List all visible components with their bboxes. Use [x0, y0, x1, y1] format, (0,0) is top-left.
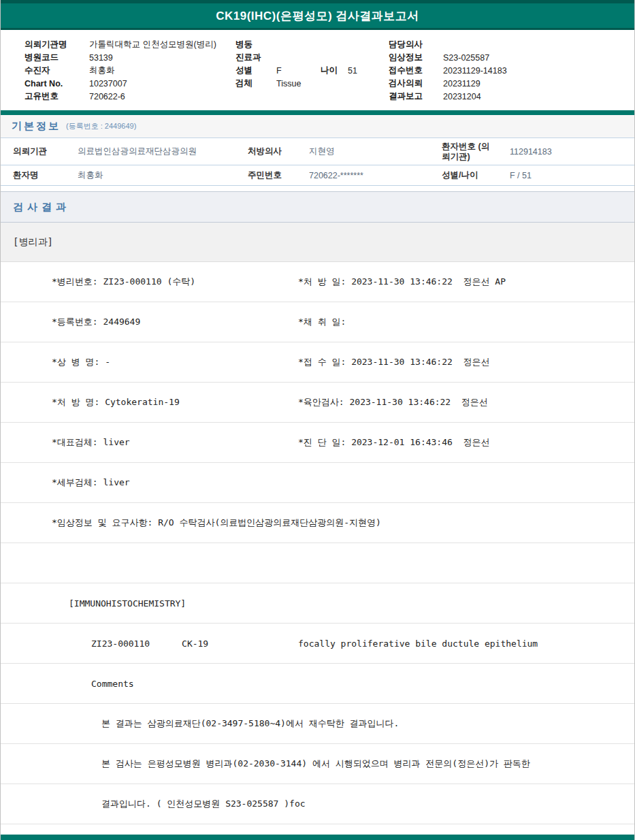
result-line: *등록번호: 2449649 *채 취 일: — [1, 302, 634, 342]
header-field-hospital-code: 병원코드 53139 — [25, 51, 235, 64]
field-value: 720622-6 — [89, 92, 125, 101]
line-right: focally proliferative bile ductule epith… — [298, 639, 538, 649]
header-field-request-date: 검사의뢰 20231129 — [389, 77, 628, 90]
header-field-patient-name: 수진자 최홍화 — [25, 64, 235, 77]
line-left: *상 병 명: - — [52, 356, 110, 368]
line-right: *육안검사: 2023-11-30 13:46:22 정은선 — [298, 396, 488, 408]
line-left: Comments — [91, 679, 134, 689]
report-title-bar: CK19(IHC)(은평성모) 검사결과보고서 — [1, 3, 634, 30]
field-value: 가톨릭대학교 인천성모병원(병리) — [89, 39, 216, 50]
field-label: 접수번호 — [389, 65, 443, 76]
cell-value: 최홍화 — [78, 169, 248, 181]
field-label: 검사의뢰 — [389, 78, 443, 89]
result-line: 본 검사는 은평성모병원 병리과(02-2030-3144) 에서 시행되었으며… — [1, 744, 634, 784]
field-label: Chart No. — [25, 79, 89, 88]
teal-divider-bar — [1, 110, 634, 115]
field-value: 51 — [348, 66, 357, 76]
line-left: *대표검체: liver — [52, 436, 130, 449]
cell-value: F / 51 — [510, 171, 634, 180]
patient-header-middle: 병동 진료과 성별 F 나이 51 검체 Tissue — [235, 38, 389, 103]
cell-label: 처방의사 — [248, 146, 309, 157]
header-field-receipt-no: 접수번호 20231129-14183 — [389, 64, 628, 77]
result-lines: *병리번호: ZI23-000110 (수탁) *처 방 일: 2023-11-… — [1, 262, 634, 824]
result-line: *임상정보 및 요구사항: R/O 수탁검사(의료법인삼광의료재단삼광의원-지현… — [1, 503, 634, 543]
results-section-header: 검사결과 — [1, 191, 634, 223]
header-field-chart-no: Chart No. 10237007 — [25, 77, 235, 90]
result-line: *상 병 명: - *접 수 일: 2023-11-30 13:46:22 정은… — [1, 342, 634, 383]
cell-label: 환자명 — [13, 169, 78, 181]
field-value: 20231129 — [443, 79, 481, 88]
result-line: Comments — [1, 664, 634, 704]
department-label: [병리과] — [13, 236, 53, 248]
table-row: 의뢰기관 의료법인삼광의료재단삼광의원 처방의사 지현영 환자번호 (의뢰기관)… — [1, 138, 634, 165]
header-field-requesting-org: 의뢰기관명 가톨릭대학교 인천성모병원(병리) — [25, 38, 235, 51]
field-label: 나이 — [321, 65, 348, 76]
line-left: 본 검사는 은평성모병원 병리과(02-2030-3144) 에서 시행되었으며… — [101, 758, 530, 770]
cell-label: 성별/나이 — [442, 169, 510, 181]
field-label: 성별 — [235, 65, 276, 76]
field-label: 의뢰기관명 — [25, 39, 89, 50]
result-line: [IMMUNOHISTOCHEMISTRY] — [1, 583, 634, 624]
cell-label: 환자번호 (의뢰기관) — [442, 142, 510, 162]
patient-header-left: 의뢰기관명 가톨릭대학교 인천성모병원(병리) 병원코드 53139 수진자 최… — [25, 38, 235, 103]
header-field-specimen: 검체 Tissue — [235, 77, 389, 90]
result-line: *대표검체: liver *진 단 일: 2023-12-01 16:43:46… — [1, 423, 634, 463]
line-left: *세부검체: liver — [52, 476, 130, 489]
line-left: 결과입니다. ( 인천성모병원 S23-025587 )foc — [101, 798, 306, 810]
header-field-clinical-info: 임상정보 S23-025587 — [389, 51, 628, 64]
cell-label-text: 환자번호 (의뢰기관) — [442, 142, 492, 162]
line-right: *접 수 일: 2023-11-30 13:46:22 정은선 — [298, 356, 490, 368]
field-label: 검체 — [235, 78, 276, 89]
report-title: CK19(IHC)(은평성모) 검사결과보고서 — [216, 8, 419, 24]
result-line: ZI23-000110 CK-19 focally proliferative … — [1, 624, 634, 664]
header-field-department: 진료과 — [235, 51, 389, 64]
field-value: 53139 — [89, 53, 113, 63]
field-value: 최홍화 — [89, 65, 115, 76]
result-line: *세부검체: liver — [1, 463, 634, 503]
field-value: 20231204 — [443, 92, 481, 101]
cell-value: 720622-******* — [309, 171, 442, 180]
field-label: 병원코드 — [25, 52, 89, 63]
cell-value: 지현영 — [309, 146, 442, 157]
field-label: 진료과 — [235, 52, 276, 63]
line-right: *처 방 일: 2023-11-30 13:46:22 정은선 AP — [298, 276, 506, 288]
line-left: ZI23-000110 CK-19 — [91, 639, 208, 649]
field-label: 수진자 — [25, 65, 89, 76]
header-field-sex-age: 성별 F 나이 51 — [235, 64, 389, 77]
line-right: *진 단 일: 2023-12-01 16:43:46 정은선 — [298, 436, 490, 449]
patient-header-right: 담당의사 임상정보 S23-025587 접수번호 20231129-14183… — [389, 38, 628, 103]
result-line: 본 결과는 삼광의료재단(02-3497-5180~4)에서 재수탁한 결과입니… — [1, 704, 634, 744]
field-value: Tissue — [276, 79, 301, 88]
cell-label: 주민번호 — [248, 169, 309, 181]
line-left: *병리번호: ZI23-000110 (수탁) — [52, 276, 195, 288]
line-left: *처 방 명: Cytokeratin-19 — [52, 396, 180, 408]
result-line: 결과입니다. ( 인천성모병원 S23-025587 )foc — [1, 784, 634, 824]
field-label: 임상정보 — [389, 52, 443, 63]
field-label: 고유번호 — [25, 91, 89, 102]
lab-report-page: CK19(IHC)(은평성모) 검사결과보고서 의뢰기관명 가톨릭대학교 인천성… — [0, 0, 635, 840]
header-field-ward: 병동 — [235, 38, 389, 51]
line-left: *임상정보 및 요구사항: R/O 수탁검사(의료법인삼광의료재단삼광의원-지현… — [52, 517, 381, 529]
cell-label: 의뢰기관 — [13, 146, 78, 157]
header-field-unique-no: 고유번호 720622-6 — [25, 90, 235, 103]
result-line: *처 방 명: Cytokeratin-19 *육안검사: 2023-11-30… — [1, 383, 634, 423]
results-title: 검사결과 — [13, 201, 70, 214]
basic-info-section-header: 기본정보 (등록번호 : 2449649) — [1, 115, 634, 138]
patient-header: 의뢰기관명 가톨릭대학교 인천성모병원(병리) 병원코드 53139 수진자 최… — [1, 30, 634, 110]
header-field-report-date: 결과보고 20231204 — [389, 90, 628, 103]
department-band: [병리과] — [1, 223, 634, 262]
field-value: S23-025587 — [443, 53, 489, 63]
result-line-empty — [1, 543, 634, 583]
field-value: F — [276, 66, 321, 76]
line-left: [IMMUNOHISTOCHEMISTRY] — [69, 598, 186, 609]
basic-info-title: 기본정보 — [12, 120, 61, 133]
line-left: 본 결과는 삼광의료재단(02-3497-5180~4)에서 재수탁한 결과입니… — [101, 717, 399, 730]
line-right: *채 취 일: — [298, 316, 346, 328]
field-label: 병동 — [235, 39, 276, 50]
table-row: 환자명 최홍화 주민번호 720622-******* 성별/나이 F / 51 — [1, 165, 634, 186]
line-left: *등록번호: 2449649 — [52, 316, 140, 328]
field-value: 20231129-14183 — [443, 66, 507, 76]
cell-value: 의료법인삼광의료재단삼광의원 — [78, 146, 248, 157]
basic-info-subtitle: (등록번호 : 2449649) — [66, 121, 136, 131]
cell-value: 112914183 — [510, 147, 634, 157]
